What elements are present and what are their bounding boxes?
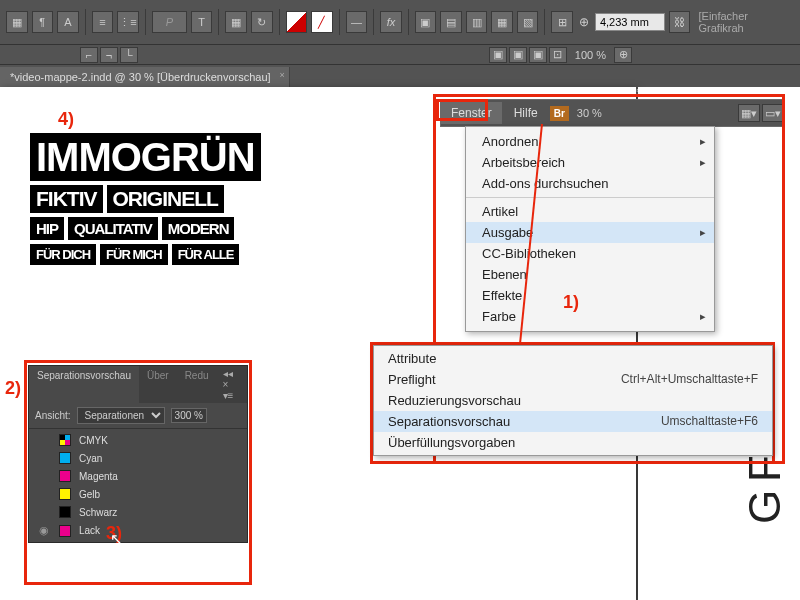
file-icon[interactable]: ▦: [6, 11, 28, 33]
separation-row[interactable]: Gelb: [29, 485, 247, 503]
separation-row[interactable]: Schwarz: [29, 503, 247, 521]
ink-name: Gelb: [79, 489, 100, 500]
view-select[interactable]: Separationen: [77, 407, 165, 424]
mi-artikel[interactable]: Artikel: [466, 201, 714, 222]
measurement-input[interactable]: [595, 13, 665, 31]
screen-icon[interactable]: ▭▾: [762, 104, 784, 122]
fit1-icon[interactable]: ▣: [489, 47, 507, 63]
annotation-2: 2): [5, 378, 21, 399]
box-word: ORIGINELL: [107, 185, 224, 213]
corner2-icon[interactable]: ¬: [100, 47, 118, 63]
tab-separations[interactable]: Separationsvorschau: [29, 366, 139, 403]
stroke-icon[interactable]: —: [346, 11, 368, 33]
ink-name: Cyan: [79, 453, 102, 464]
submenu-item[interactable]: SeparationsvorschauUmschalttaste+F6: [374, 411, 772, 432]
document-tab[interactable]: *video-mappe-2.indd @ 30 % [Überdruckenv…: [0, 67, 290, 87]
close-icon[interactable]: ×: [279, 70, 284, 80]
annotation-1: 1): [563, 292, 579, 313]
separations-panel: Separationsvorschau Über Redu ◂◂ ×▾≡ Ans…: [28, 365, 248, 543]
ink-name: CMYK: [79, 435, 108, 446]
fenster-dropdown: Anordnen▸ Arbeitsbereich▸ Add-ons durchs…: [465, 126, 715, 332]
grid-icon[interactable]: ▦: [225, 11, 247, 33]
tab-redu[interactable]: Redu: [177, 366, 217, 403]
wrap2-icon[interactable]: ▤: [440, 11, 462, 33]
box-word: FÜR ALLE: [172, 244, 240, 265]
mi-farbe[interactable]: Farbe▸: [466, 306, 714, 327]
char-icon[interactable]: A: [57, 11, 79, 33]
headline-block: IMMOGRÜN FIKTIVORIGINELL HIPQUALITATIVMO…: [28, 131, 263, 267]
wrap-icon[interactable]: ▣: [415, 11, 437, 33]
box-word: MODERN: [162, 217, 235, 240]
box-word: FIKTIV: [30, 185, 103, 213]
link-icon[interactable]: ⛓: [669, 11, 691, 33]
fit2-icon[interactable]: ▣: [509, 47, 527, 63]
ansicht-label: Ansicht:: [35, 410, 71, 421]
ausgabe-submenu: AttributePreflightCtrl+Alt+Umschalttaste…: [373, 345, 773, 456]
bridge-icon[interactable]: Br: [550, 106, 569, 121]
box-word: QUALITATIV: [68, 217, 158, 240]
headline-main: IMMOGRÜN: [30, 133, 261, 181]
fill-stroke-icon[interactable]: [286, 11, 308, 33]
fitting-icon[interactable]: ⊞: [551, 11, 573, 33]
annotation-4: 4): [58, 109, 74, 130]
box-word: FÜR DICH: [30, 244, 96, 265]
corner1-icon[interactable]: ⌐: [80, 47, 98, 63]
ink-name: Lack: [79, 525, 100, 536]
right-page-text: GF: [740, 447, 790, 524]
menu-hilfe[interactable]: Hilfe: [504, 102, 548, 124]
align-icon[interactable]: ≡: [92, 11, 114, 33]
submenu-item[interactable]: Reduzierungsvorschau: [374, 390, 772, 411]
tab-uber[interactable]: Über: [139, 366, 177, 403]
wrap4-icon[interactable]: ▦: [491, 11, 513, 33]
bullets-icon[interactable]: ⋮≡: [117, 11, 139, 33]
menu-fenster[interactable]: Fenster: [441, 102, 502, 124]
top-toolbar: ▦ ¶ A ≡ ⋮≡ P T ▦ ↻ ╱ — fx ▣ ▤ ▥ ▦ ▧ ⊞ ⊕ …: [0, 0, 800, 45]
ink-name: Magenta: [79, 471, 118, 482]
corner3-icon[interactable]: └: [120, 47, 138, 63]
menu-zoom[interactable]: 30 %: [577, 107, 602, 119]
separation-row[interactable]: CMYK: [29, 431, 247, 449]
mi-ausgabe[interactable]: Ausgabe▸: [466, 222, 714, 243]
second-toolbar: ⌐ ¬ └ ▣ ▣ ▣ ⊡ 100 % ⊕: [0, 45, 800, 65]
mi-ccbib[interactable]: CC-Bibliotheken: [466, 243, 714, 264]
mi-ebenen[interactable]: Ebenen: [466, 264, 714, 285]
wrap3-icon[interactable]: ▥: [466, 11, 488, 33]
rotate-icon[interactable]: ↻: [251, 11, 273, 33]
snap-icon[interactable]: ⊕: [614, 47, 632, 63]
view-icon[interactable]: ▦▾: [738, 104, 760, 122]
separation-row[interactable]: ◉Lack: [29, 521, 247, 540]
submenu-item[interactable]: PreflightCtrl+Alt+Umschalttaste+F: [374, 369, 772, 390]
annotation-3: 3): [106, 523, 122, 544]
separation-row[interactable]: Cyan: [29, 449, 247, 467]
text-icon[interactable]: T: [191, 11, 213, 33]
mi-arbeitsbereich[interactable]: Arbeitsbereich▸: [466, 152, 714, 173]
submenu-item[interactable]: Attribute: [374, 348, 772, 369]
pct-input[interactable]: 300 %: [171, 408, 207, 423]
none-icon[interactable]: ╱: [311, 11, 333, 33]
submenu-item[interactable]: Überfüllungsvorgaben: [374, 432, 772, 453]
ink-name: Schwarz: [79, 507, 117, 518]
wrap5-icon[interactable]: ▧: [517, 11, 539, 33]
tab-title: *video-mappe-2.indd @ 30 % [Überdruckenv…: [10, 71, 271, 83]
fit4-icon[interactable]: ⊡: [549, 47, 567, 63]
box-word: HIP: [30, 217, 64, 240]
separation-row[interactable]: Magenta: [29, 467, 247, 485]
mi-anordnen[interactable]: Anordnen▸: [466, 131, 714, 152]
document-tabbar: *video-mappe-2.indd @ 30 % [Überdruckenv…: [0, 65, 800, 89]
panel-menu-icon[interactable]: ◂◂ ×▾≡: [217, 366, 247, 403]
zoom-pct[interactable]: 100 %: [575, 49, 606, 61]
box-word: FÜR MICH: [100, 244, 168, 265]
eye-icon[interactable]: ◉: [37, 524, 51, 537]
mi-effekte[interactable]: Effekte: [466, 285, 714, 306]
page-icon[interactable]: P: [152, 11, 187, 33]
side-label: [Einfacher Grafikrah: [698, 10, 794, 34]
paragraph-icon[interactable]: ¶: [32, 11, 54, 33]
fit3-icon[interactable]: ▣: [529, 47, 547, 63]
effects-icon[interactable]: fx: [380, 11, 402, 33]
mi-addons[interactable]: Add-ons durchsuchen: [466, 173, 714, 198]
menu-bar-overlay: Fenster Hilfe Br 30 % ▦▾ ▭▾ Anordnen▸ Ar…: [440, 99, 785, 127]
